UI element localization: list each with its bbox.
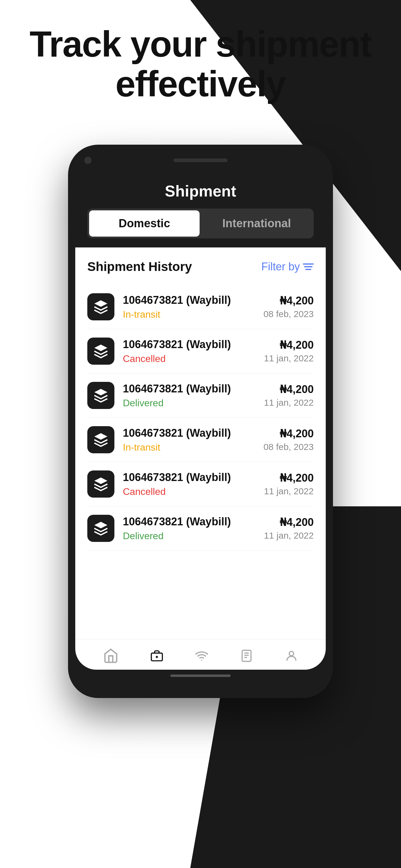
home-bar (170, 675, 231, 677)
shipment-id: 1064673821 (Waybill) (123, 382, 256, 395)
shipment-info: 1064673821 (Waybill) In-transit (123, 427, 255, 453)
shipment-status: In-transit (123, 309, 255, 320)
filter-icon (303, 264, 314, 270)
shipment-item[interactable]: 1064673821 (Waybill) In-transit ₦4,200 0… (87, 285, 314, 329)
shipment-info: 1064673821 (Waybill) Delivered (123, 382, 256, 409)
app-header: Shipment Domestic International (75, 170, 326, 247)
shipment-icon (87, 515, 114, 542)
home-indicator (75, 670, 326, 686)
shipment-id: 1064673821 (Waybill) (123, 338, 256, 351)
shipment-date: 11 jan, 2022 (264, 486, 314, 496)
svg-point-3 (201, 660, 202, 661)
hero-title: Track your shipment effectively (0, 24, 401, 104)
shipment-id: 1064673821 (Waybill) (123, 516, 256, 528)
shipment-info: 1064673821 (Waybill) Cancelled (123, 471, 256, 497)
tab-domestic[interactable]: Domestic (89, 210, 200, 237)
nav-home[interactable] (103, 648, 119, 664)
shipment-id: 1064673821 (Waybill) (123, 471, 256, 484)
shipment-info: 1064673821 (Waybill) In-transit (123, 294, 255, 320)
shipment-icon (87, 382, 114, 409)
shipments-list: 1064673821 (Waybill) In-transit ₦4,200 0… (87, 285, 314, 551)
app-content: Shipment History Filter by (75, 247, 326, 639)
shipment-status: Cancelled (123, 353, 256, 364)
phone-outer-shell: Shipment Domestic International Shipment… (68, 145, 333, 698)
nav-history[interactable] (240, 649, 253, 662)
shipment-price: ₦4,200 (264, 516, 314, 529)
phone-top-bar (75, 154, 326, 170)
shipment-price-info: ₦4,200 08 feb, 2023 (263, 294, 314, 319)
shipment-icon (87, 426, 114, 453)
shipment-price: ₦4,200 (264, 472, 314, 484)
shipment-status: In-transit (123, 442, 255, 453)
shipment-date: 08 feb, 2023 (263, 442, 314, 452)
shipment-price: ₦4,200 (264, 383, 314, 396)
shipment-item[interactable]: 1064673821 (Waybill) In-transit ₦4,200 0… (87, 418, 314, 462)
shipment-item[interactable]: 1064673821 (Waybill) Cancelled ₦4,200 11… (87, 329, 314, 373)
filter-button[interactable]: Filter by (261, 260, 314, 273)
svg-point-8 (289, 651, 294, 656)
shipment-price: ₦4,200 (263, 294, 314, 307)
shipment-price: ₦4,200 (264, 339, 314, 351)
shipment-price: ₦4,200 (263, 427, 314, 440)
shipment-date: 11 jan, 2022 (264, 353, 314, 364)
section-header: Shipment History Filter by (87, 259, 314, 274)
shipment-item[interactable]: 1064673821 (Waybill) Delivered ₦4,200 11… (87, 373, 314, 418)
tab-switcher: Domestic International (87, 209, 314, 239)
shipment-item[interactable]: 1064673821 (Waybill) Delivered ₦4,200 11… (87, 506, 314, 551)
nav-shipment[interactable] (150, 649, 164, 662)
camera-dot (84, 157, 92, 164)
shipment-icon (87, 338, 114, 365)
filter-label: Filter by (261, 260, 300, 273)
shipment-price-info: ₦4,200 11 jan, 2022 (264, 339, 314, 364)
shipment-status: Cancelled (123, 486, 256, 497)
shipment-info: 1064673821 (Waybill) Cancelled (123, 338, 256, 364)
shipment-date: 11 jan, 2022 (264, 530, 314, 541)
shipment-icon (87, 293, 114, 320)
tab-international[interactable]: International (201, 210, 312, 237)
hero-section: Track your shipment effectively (0, 24, 401, 104)
shipment-price-info: ₦4,200 11 jan, 2022 (264, 472, 314, 496)
shipment-price-info: ₦4,200 08 feb, 2023 (263, 427, 314, 452)
section-title: Shipment History (87, 259, 192, 274)
nav-profile[interactable] (285, 649, 298, 662)
nav-track[interactable] (195, 649, 208, 662)
shipment-status: Delivered (123, 530, 256, 541)
shipment-date: 08 feb, 2023 (263, 309, 314, 319)
app-title: Shipment (87, 182, 314, 200)
phone-screen: Shipment Domestic International Shipment… (75, 170, 326, 670)
shipment-item[interactable]: 1064673821 (Waybill) Cancelled ₦4,200 11… (87, 462, 314, 506)
phone-mockup: Shipment Domestic International Shipment… (68, 145, 333, 698)
bottom-nav (75, 639, 326, 670)
shipment-id: 1064673821 (Waybill) (123, 427, 255, 439)
shipment-price-info: ₦4,200 11 jan, 2022 (264, 383, 314, 408)
shipment-icon (87, 470, 114, 498)
shipment-status: Delivered (123, 398, 256, 409)
shipment-date: 11 jan, 2022 (264, 398, 314, 408)
speaker-grille (173, 158, 228, 162)
shipment-info: 1064673821 (Waybill) Delivered (123, 516, 256, 541)
shipment-id: 1064673821 (Waybill) (123, 294, 255, 307)
shipment-price-info: ₦4,200 11 jan, 2022 (264, 516, 314, 541)
